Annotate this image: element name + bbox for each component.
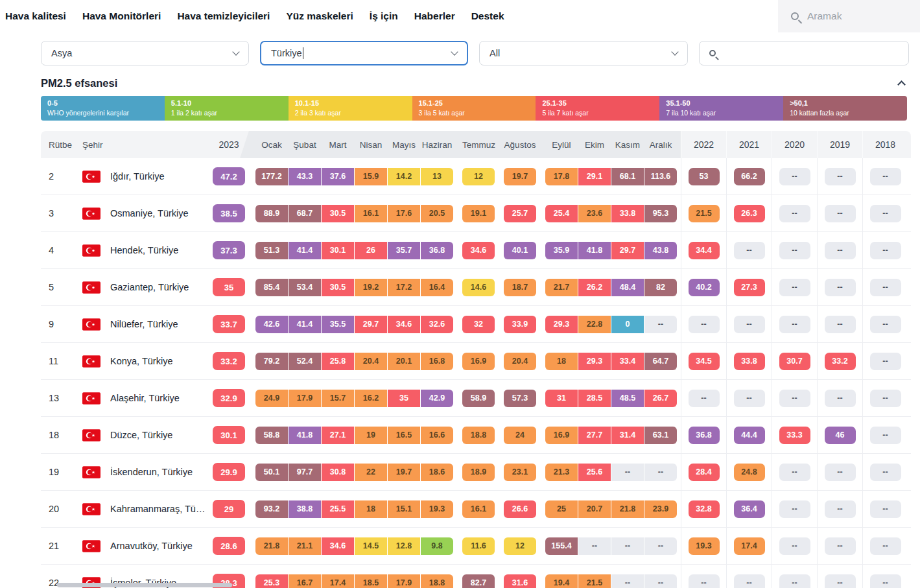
nav-item-5[interactable]: İş için: [370, 10, 398, 22]
pm25-cell: 17.4: [322, 574, 354, 588]
pm25-cell: 14.6: [462, 279, 495, 296]
turkey-flag-icon: [82, 355, 100, 368]
pm25-cell: 27.7: [578, 427, 611, 444]
pm25-cell: 32.9: [213, 389, 245, 407]
pm25-cell: 34.6: [462, 242, 495, 259]
region-select[interactable]: Asya: [41, 41, 249, 65]
pm25-cell: 21.1: [289, 537, 321, 555]
nav-item-3[interactable]: Hava temizleyicileri: [177, 10, 270, 22]
horizontal-scrollbar[interactable]: [57, 583, 232, 587]
table-row[interactable]: 4Hendek, Türkiye37.351.341.430.12635.736…: [41, 232, 911, 269]
legend-band-label: WHO yönergelerini karşılar: [47, 108, 158, 117]
table-row[interactable]: 20Kahramanmaraş, Türkiye2993.238.825.518…: [41, 491, 911, 528]
city-name[interactable]: Kahramanmaraş, Türkiye: [110, 504, 206, 514]
pm25-cell: 35: [388, 390, 420, 407]
table-row[interactable]: 11Konya, Türkiye33.279.252.425.820.420.1…: [41, 343, 911, 380]
city-name[interactable]: Düzce, Türkiye: [110, 430, 172, 440]
pm25-cell: 34.4: [689, 242, 720, 259]
rank-value: 3: [41, 208, 75, 218]
table-row[interactable]: 2Iğdır, Türkiye47.2177.243.337.615.914.2…: [41, 158, 911, 195]
column-header-year: 2020: [772, 131, 817, 158]
table-row[interactable]: 21Arnavutköy, Türkiye28.621.821.134.614.…: [41, 528, 911, 565]
month-cells: 51.341.430.12635.736.834.640.135.941.829…: [250, 242, 681, 259]
turkey-flag-icon: [82, 429, 100, 441]
city-name[interactable]: Gaziantep, Türkiye: [110, 282, 189, 292]
country-select[interactable]: Türkiye: [260, 41, 468, 65]
nav-item-7[interactable]: Destek: [471, 10, 504, 22]
pm25-cell: 18.8: [462, 427, 495, 444]
column-header-month: Ekim: [578, 140, 611, 150]
nav-item-6[interactable]: Haberler: [414, 10, 455, 22]
pm25-cell: 9.8: [421, 537, 453, 555]
table-row[interactable]: 13Alaşehir, Türkiye32.924.917.915.716.23…: [41, 380, 911, 417]
year-cells: 5366.2------: [681, 158, 911, 194]
pm25-cell: --: [779, 537, 810, 555]
pm25-cell: --: [689, 574, 720, 588]
legend-band: 0-5WHO yönergelerini karşılar: [41, 96, 165, 121]
pm25-cell: 93.2: [255, 500, 288, 518]
city-name[interactable]: Iğdır, Türkiye: [110, 171, 165, 182]
city-name[interactable]: Alaşehir, Türkiye: [110, 393, 180, 403]
text-cursor: [303, 47, 303, 59]
current-year-cell: 37.3: [207, 241, 250, 259]
pm25-cell: 26: [355, 242, 387, 259]
pm25-cell: 36.8: [689, 427, 720, 444]
pm25-cell: --: [870, 279, 901, 296]
city-name[interactable]: Nilüefer, Türkiye: [110, 319, 178, 329]
rank-value: 11: [41, 356, 75, 366]
table-row[interactable]: 5Gaziantep, Türkiye3585.453.430.519.217.…: [41, 269, 911, 306]
rank-value: 5: [41, 282, 75, 292]
pm25-cell: 41.8: [578, 242, 611, 259]
collapse-section-icon[interactable]: [897, 80, 906, 89]
legend-band: >50,110 kattan fazla aşar: [783, 96, 907, 121]
pm25-cell: 21.5: [689, 205, 720, 222]
turkey-flag-icon: [82, 540, 100, 552]
pm25-cell: 25.3: [255, 574, 288, 588]
pm25-cell: 30.5: [322, 279, 354, 296]
city-name[interactable]: Arnavutköy, Türkiye: [110, 541, 193, 551]
pm25-cell: 25.8: [322, 353, 354, 370]
nav-item-1[interactable]: Hava kalitesi: [5, 10, 66, 22]
pm25-cell: 43.8: [644, 242, 677, 259]
pm25-cell: 23.6: [578, 205, 611, 222]
pm25-cell: 88.9: [255, 205, 288, 222]
city-name[interactable]: Konya, Türkiye: [110, 356, 172, 366]
table-search-input[interactable]: [699, 41, 909, 65]
pm25-cell: --: [825, 279, 856, 296]
pm25-cell: --: [779, 500, 810, 518]
turkey-flag-icon: [82, 171, 100, 183]
legend-band-range: 10.1-15: [295, 99, 406, 108]
pm25-cell: 40.2: [689, 279, 720, 296]
search-icon: [709, 50, 716, 56]
city-name[interactable]: İskenderun, Türkiye: [110, 467, 193, 477]
rank-value: 21: [41, 541, 75, 551]
pm25-cell: 15.9: [355, 168, 387, 185]
pm25-legend: 0-5WHO yönergelerini karşılar5.1-101 ila…: [41, 96, 907, 121]
pm25-cell: 16.4: [421, 279, 453, 296]
pm25-cell: --: [825, 168, 856, 185]
country-select-value: Türkiye: [271, 47, 452, 59]
pm25-cell: 19: [355, 427, 387, 444]
pm25-cell: 28.6: [213, 537, 245, 555]
city-cell: Nilüefer, Türkiye: [75, 318, 207, 331]
table-row[interactable]: 19İskenderun, Türkiye29.950.197.730.8221…: [41, 454, 911, 491]
pm25-cell: 22.8: [578, 316, 611, 333]
city-name[interactable]: Osmaniye, Türkiye: [110, 208, 189, 218]
pm25-cell: 31.6: [504, 574, 536, 588]
year-cells: 34.4--------: [681, 232, 911, 268]
table-row[interactable]: 3Osmaniye, Türkiye38.588.968.730.516.117…: [41, 195, 911, 232]
table-row[interactable]: 18Düzce, Türkiye30.158.841.827.11916.516…: [41, 417, 911, 454]
pm25-cell: 16.7: [289, 574, 321, 588]
column-header-month: Haziran: [421, 140, 453, 150]
pm25-cell: 30.1: [213, 426, 245, 444]
city-name[interactable]: Hendek, Türkiye: [110, 245, 178, 255]
nav-item-4[interactable]: Yüz maskeleri: [286, 10, 353, 22]
pm25-cell: 12.8: [388, 537, 420, 555]
pm25-cell: 38.5: [213, 204, 245, 222]
city-select[interactable]: All: [479, 41, 688, 65]
nav-search[interactable]: Aramak: [778, 0, 920, 32]
table-row[interactable]: 9Nilüefer, Türkiye33.742.641.435.529.734…: [41, 306, 911, 343]
pm25-cell: 23.1: [504, 464, 536, 481]
pm25-cell: 26.6: [504, 500, 536, 518]
nav-item-2[interactable]: Hava Monitörleri: [82, 10, 161, 22]
